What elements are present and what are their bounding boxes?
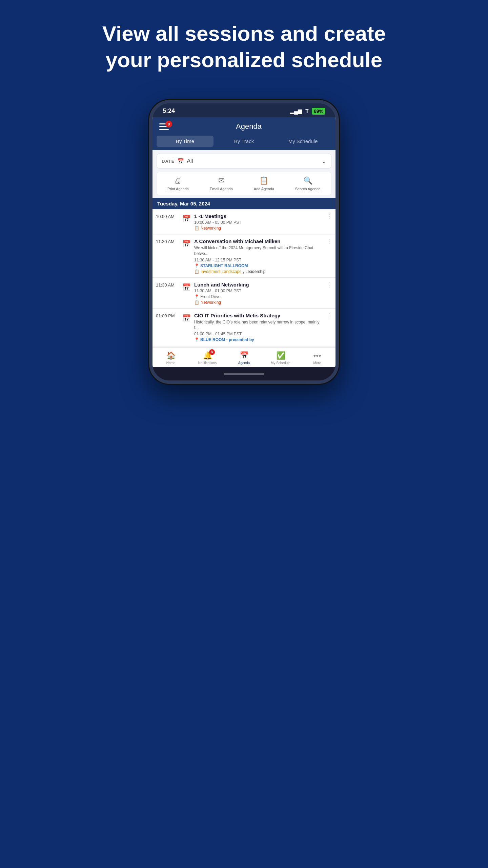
tag-leadership: Leadership — [245, 269, 265, 274]
agenda-icon: 📅 — [240, 351, 249, 360]
tab-my-schedule[interactable]: My Schedule — [274, 136, 331, 147]
add-agenda-icon: 📋 — [259, 176, 268, 185]
wifi-icon: ⇈ — [305, 108, 309, 114]
email-agenda-button[interactable]: ✉ Email Agenda — [210, 176, 233, 191]
table-row[interactable]: 01:00 PM 📅 CIO IT Priorities with Metis … — [152, 309, 336, 347]
tab-by-time[interactable]: By Time — [157, 136, 214, 147]
home-indicator — [224, 373, 264, 375]
tag-icon: 📋 — [194, 226, 199, 231]
session-time: 11:30 AM — [156, 282, 179, 288]
calendar-add-icon: 📅 — [182, 283, 191, 291]
session-content: A Conversation with Michael Milken We wi… — [194, 238, 323, 274]
session-title: 1 -1 Meetings — [194, 213, 323, 219]
calendar-add-icon: 📅 — [182, 215, 191, 223]
more-icon: ••• — [313, 351, 321, 360]
more-options-button[interactable]: ⋮ — [326, 213, 332, 219]
session-list: 10:00 AM 📅 1 -1 Meetings 10:00 AM - 05:0… — [152, 210, 336, 347]
session-location: 📍 Front Drive — [194, 294, 323, 299]
bottom-nav-home[interactable]: 🏠 Home — [152, 351, 189, 365]
print-icon: 🖨 — [174, 176, 182, 185]
table-row[interactable]: 11:30 AM 📅 Lunch and Networking 11:30 AM… — [152, 278, 336, 309]
add-agenda-button[interactable]: 📋 Add Agenda — [254, 176, 274, 191]
agenda-label: Agenda — [238, 361, 250, 365]
tag-icon: 📋 — [194, 300, 199, 305]
status-icons: ▂▄▆ ⇈ 69% — [290, 108, 325, 115]
session-location: 📍 STARLIGHT BALLROOM — [194, 263, 323, 268]
session-time-range: 11:30 AM - 12:15 PM PST — [194, 258, 323, 262]
tab-bar: By Time By Track My Schedule — [152, 136, 336, 150]
table-row[interactable]: 11:30 AM 📅 A Conversation with Michael M… — [152, 235, 336, 278]
session-tags: 📋 Networking — [194, 300, 323, 305]
session-actions: ⋮ — [326, 238, 332, 244]
tag-separator: , — [243, 269, 244, 274]
phone-bottom-bar — [152, 367, 336, 380]
notifications-badge: 8 — [209, 349, 215, 355]
search-agenda-button[interactable]: 🔍 Search Agenda — [295, 176, 321, 191]
my-schedule-label: My Schedule — [271, 361, 290, 365]
nav-notification-badge: 8 — [165, 121, 172, 127]
signal-icon: ▂▄▆ — [290, 108, 302, 114]
date-filter[interactable]: DATE 📅 All ⌄ — [157, 154, 331, 169]
session-time: 10:00 AM — [156, 213, 179, 219]
tab-by-track[interactable]: By Track — [216, 136, 272, 147]
date-section-header: Tuesday, Mar 05, 2024 — [152, 198, 336, 209]
session-tags: 📋 Networking — [194, 226, 323, 231]
more-options-button[interactable]: ⋮ — [326, 313, 332, 319]
battery-badge: 69% — [312, 108, 325, 115]
print-agenda-label: Print Agenda — [167, 187, 189, 191]
status-time: 5:24 — [163, 107, 175, 115]
location-icon: 📍 — [194, 263, 199, 268]
tag-networking: Networking — [201, 226, 221, 231]
date-label: DATE — [162, 159, 175, 164]
table-row[interactable]: 10:00 AM 📅 1 -1 Meetings 10:00 AM - 05:0… — [152, 210, 336, 234]
session-time-range: 11:30 AM - 01:00 PM PST — [194, 289, 323, 293]
session-description: We will kick off the 2024 Montgomery Sum… — [194, 245, 323, 257]
session-description: Historically, the CIO's role has been re… — [194, 319, 323, 331]
session-time: 01:00 PM — [156, 313, 179, 318]
app-nav-bar: 8 Agenda — [152, 117, 336, 136]
calendar-grid-icon: 📅 — [177, 158, 184, 164]
bottom-nav: 🏠 Home 🔔 8 Notifications 📅 Agenda ✅ My S… — [152, 348, 336, 367]
app-screen: 8 Agenda By Time By Track My Schedule DA… — [152, 117, 336, 367]
session-time-range: 01:00 PM - 01:45 PM PST — [194, 332, 323, 336]
session-title: CIO IT Priorities with Metis Strategy — [194, 313, 323, 318]
tag-investment: Investment Landscape — [201, 269, 242, 274]
calendar-add-icon: 📅 — [182, 240, 191, 248]
session-tags: 📋 Investment Landscape , Leadership — [194, 269, 323, 274]
bottom-nav-my-schedule[interactable]: ✅ My Schedule — [262, 351, 299, 365]
email-agenda-label: Email Agenda — [210, 187, 233, 191]
more-options-button[interactable]: ⋮ — [326, 282, 332, 288]
more-options-button[interactable]: ⋮ — [326, 238, 332, 244]
session-content: 1 -1 Meetings 10:00 AM - 05:00 PM PST 📋 … — [194, 213, 323, 231]
headline: View all sessions and create your person… — [102, 20, 386, 73]
tag-icon: 📋 — [194, 269, 199, 274]
session-location: 📍 BLUE ROOM - presented by — [194, 337, 323, 342]
phone-mockup: 5:24 ▂▄▆ ⇈ 69% 8 Agenda By Time — [149, 100, 339, 384]
session-title: A Conversation with Michael Milken — [194, 238, 323, 244]
bottom-nav-agenda[interactable]: 📅 Agenda — [226, 351, 262, 365]
session-actions: ⋮ — [326, 282, 332, 288]
tag-networking: Networking — [201, 300, 221, 305]
bottom-nav-more[interactable]: ••• More — [299, 351, 336, 365]
notifications-label: Notifications — [198, 361, 217, 365]
session-time: 11:30 AM — [156, 238, 179, 244]
add-agenda-label: Add Agenda — [254, 187, 274, 191]
bottom-nav-notifications[interactable]: 🔔 8 Notifications — [189, 351, 226, 365]
status-bar: 5:24 ▂▄▆ ⇈ 69% — [152, 103, 336, 117]
session-time-range: 10:00 AM - 05:00 PM PST — [194, 220, 323, 225]
email-icon: ✉ — [218, 176, 224, 185]
location-icon: 📍 — [194, 294, 199, 299]
hamburger-button[interactable]: 8 — [159, 123, 169, 130]
home-icon: 🏠 — [166, 351, 176, 360]
my-schedule-icon: ✅ — [276, 351, 285, 360]
session-content: CIO IT Priorities with Metis Strategy Hi… — [194, 313, 323, 343]
search-agenda-label: Search Agenda — [295, 187, 321, 191]
session-actions: ⋮ — [326, 313, 332, 319]
print-agenda-button[interactable]: 🖨 Print Agenda — [167, 176, 189, 191]
location-icon: 📍 — [194, 337, 199, 342]
chevron-down-icon: ⌄ — [321, 157, 326, 165]
search-icon: 🔍 — [303, 176, 312, 185]
home-label: Home — [166, 361, 176, 365]
date-filter-left: DATE 📅 All — [162, 158, 193, 164]
session-title: Lunch and Networking — [194, 282, 323, 288]
